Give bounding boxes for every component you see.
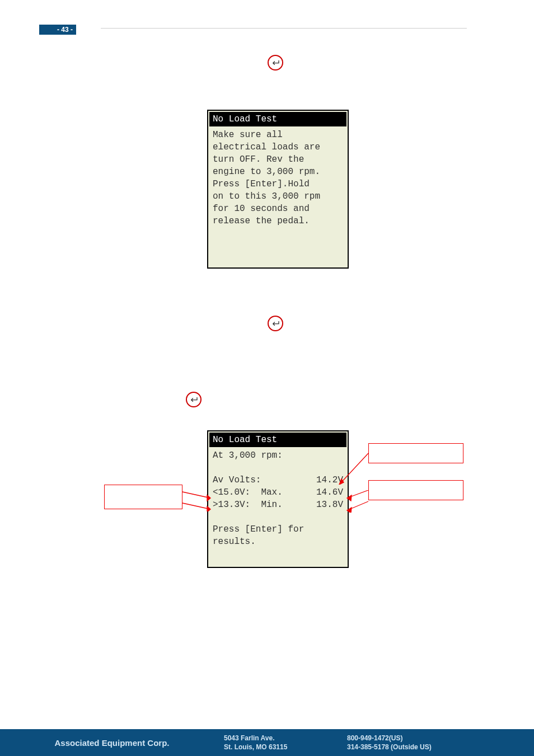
screen-line: Press [Enter].Hold — [213, 178, 343, 190]
svg-marker-3 — [207, 506, 210, 511]
callout-arrow — [182, 487, 214, 511]
screen-header: At 3,000 rpm: — [213, 449, 343, 462]
spacer — [213, 462, 343, 474]
screen-line: on to this 3,000 rpm — [213, 190, 343, 203]
callout-box-right-2 — [368, 480, 463, 500]
screen-title: No Load Test — [209, 112, 346, 126]
screen-body: Make sure all electrical loads are turn … — [208, 129, 348, 227]
page-footer: Associated Equipment Corp. 5043 Farlin A… — [0, 729, 534, 756]
svg-marker-7 — [347, 495, 352, 501]
enter-icon — [268, 316, 283, 331]
screen-line: electrical loads are — [213, 141, 343, 153]
data-row: <15.0V: Max. 14.6V — [213, 486, 343, 499]
svg-marker-1 — [207, 495, 210, 501]
callout-arrow — [346, 490, 369, 513]
footer-addr1: 5043 Farlin Ave. — [224, 734, 347, 743]
callout-arrow — [338, 451, 369, 485]
footer-address: 5043 Farlin Ave. St. Louis, MO 63115 — [224, 734, 347, 752]
screen-body: At 3,000 rpm: Av Volts: 14.2V <15.0V: Ma… — [208, 449, 348, 548]
svg-line-2 — [182, 503, 210, 509]
row-label: Av Volts: — [213, 474, 261, 486]
footer-company: Associated Equipment Corp. — [0, 738, 224, 748]
svg-line-0 — [182, 492, 210, 498]
footer-phone1: 800-949-1472(US) — [347, 734, 470, 743]
footer-phones: 800-949-1472(US) 314-385-5178 (Outside U… — [347, 734, 470, 752]
row-label: <15.0V: Max. — [213, 486, 283, 499]
screen-footer-line: Press [Enter] for — [213, 523, 343, 536]
row-label: >13.3V: Min. — [213, 499, 283, 511]
spacer — [213, 511, 343, 523]
row-value: 13.8V — [316, 499, 343, 511]
data-row: >13.3V: Min. 13.8V — [213, 499, 343, 511]
footer-phone2: 314-385-5178 (Outside US) — [347, 743, 470, 752]
enter-icon — [268, 55, 283, 71]
lcd-screen-results: No Load Test At 3,000 rpm: Av Volts: 14.… — [207, 430, 349, 568]
screen-line: release the pedal. — [213, 215, 343, 227]
screen-line: Make sure all — [213, 129, 343, 141]
svg-marker-9 — [347, 508, 352, 513]
header-rule — [101, 28, 467, 29]
callout-box-right-1 — [368, 443, 463, 463]
screen-line: for 10 seconds and — [213, 203, 343, 215]
footer-addr2: St. Louis, MO 63115 — [224, 743, 347, 752]
enter-icon — [186, 392, 202, 407]
data-row: Av Volts: 14.2V — [213, 474, 343, 486]
svg-marker-5 — [339, 479, 344, 485]
page-number: - 43 - — [39, 25, 76, 35]
screen-line: turn OFF. Rev the — [213, 153, 343, 166]
screen-line: engine to 3,000 rpm. — [213, 166, 343, 178]
screen-title: No Load Test — [209, 433, 346, 447]
lcd-screen-instructions: No Load Test Make sure all electrical lo… — [207, 110, 349, 269]
row-value: 14.6V — [316, 486, 343, 499]
callout-box-left — [104, 485, 182, 509]
svg-line-4 — [339, 453, 368, 485]
screen-footer-line: results. — [213, 536, 343, 548]
